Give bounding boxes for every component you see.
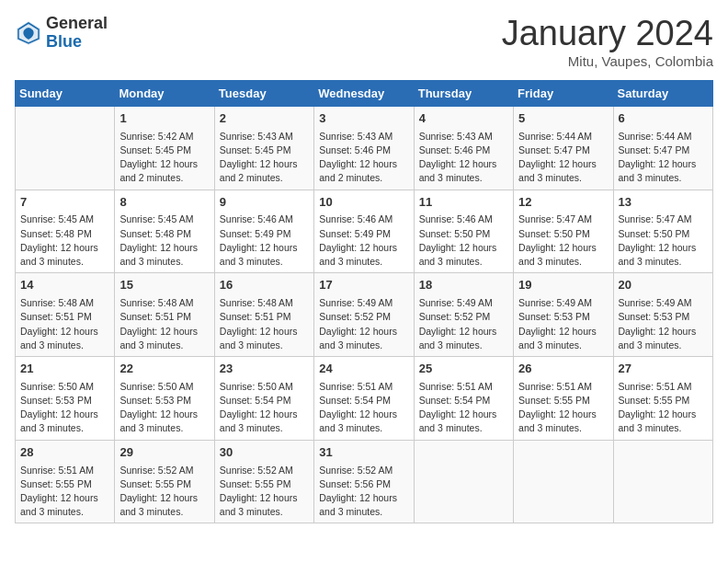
day-info: Sunrise: 5:48 AMSunset: 5:51 PMDaylight:… xyxy=(119,296,209,352)
day-number: 18 xyxy=(419,277,508,294)
day-number: 14 xyxy=(20,277,109,294)
header-row: SundayMondayTuesdayWednesdayThursdayFrid… xyxy=(16,80,713,106)
day-info: Sunrise: 5:50 AMSunset: 5:53 PMDaylight:… xyxy=(20,380,109,436)
day-number: 26 xyxy=(518,361,608,378)
calendar-cell: 9Sunrise: 5:46 AMSunset: 5:49 PMDaylight… xyxy=(214,190,313,273)
title-area: January 2024 Mitu, Vaupes, Colombia xyxy=(502,15,713,69)
calendar-cell: 6Sunrise: 5:44 AMSunset: 5:47 PMDaylight… xyxy=(613,106,712,190)
day-number: 27 xyxy=(619,361,708,378)
day-info: Sunrise: 5:48 AMSunset: 5:51 PMDaylight:… xyxy=(220,296,309,352)
day-number: 12 xyxy=(518,194,608,212)
day-number: 2 xyxy=(220,110,309,128)
calendar-table: SundayMondayTuesdayWednesdayThursdayFrid… xyxy=(15,80,713,524)
day-number: 21 xyxy=(20,361,109,378)
day-number: 5 xyxy=(518,110,608,128)
day-number: 28 xyxy=(20,444,109,462)
day-number: 3 xyxy=(319,110,408,128)
day-info: Sunrise: 5:51 AMSunset: 5:55 PMDaylight:… xyxy=(619,380,708,436)
day-number: 22 xyxy=(119,361,209,378)
day-number: 29 xyxy=(119,444,209,462)
calendar-cell: 2Sunrise: 5:43 AMSunset: 5:45 PMDaylight… xyxy=(214,106,313,190)
calendar-cell: 23Sunrise: 5:50 AMSunset: 5:54 PMDayligh… xyxy=(214,356,313,440)
calendar-cell xyxy=(613,440,712,523)
weekday-header-wednesday: Wednesday xyxy=(314,80,414,106)
day-info: Sunrise: 5:47 AMSunset: 5:50 PMDaylight:… xyxy=(619,213,708,269)
day-number: 24 xyxy=(319,361,408,378)
calendar-week-3: 14Sunrise: 5:48 AMSunset: 5:51 PMDayligh… xyxy=(16,273,713,357)
calendar-cell: 4Sunrise: 5:43 AMSunset: 5:46 PMDaylight… xyxy=(414,106,513,190)
day-number: 19 xyxy=(518,277,608,294)
day-info: Sunrise: 5:52 AMSunset: 5:55 PMDaylight:… xyxy=(119,464,209,520)
calendar-cell: 30Sunrise: 5:52 AMSunset: 5:55 PMDayligh… xyxy=(214,440,313,523)
day-number: 20 xyxy=(619,277,708,294)
calendar-cell: 27Sunrise: 5:51 AMSunset: 5:55 PMDayligh… xyxy=(613,356,712,440)
day-number: 25 xyxy=(419,361,508,378)
calendar-cell: 22Sunrise: 5:50 AMSunset: 5:53 PMDayligh… xyxy=(115,356,214,440)
calendar-cell: 13Sunrise: 5:47 AMSunset: 5:50 PMDayligh… xyxy=(613,190,712,273)
day-info: Sunrise: 5:52 AMSunset: 5:56 PMDaylight:… xyxy=(319,464,408,520)
calendar-cell xyxy=(414,440,513,523)
day-info: Sunrise: 5:51 AMSunset: 5:54 PMDaylight:… xyxy=(419,380,508,436)
calendar-cell: 19Sunrise: 5:49 AMSunset: 5:53 PMDayligh… xyxy=(514,273,613,357)
calendar-cell: 5Sunrise: 5:44 AMSunset: 5:47 PMDaylight… xyxy=(514,106,613,190)
day-info: Sunrise: 5:44 AMSunset: 5:47 PMDaylight:… xyxy=(518,130,608,186)
day-number: 10 xyxy=(319,194,408,212)
calendar-cell: 31Sunrise: 5:52 AMSunset: 5:56 PMDayligh… xyxy=(314,440,414,523)
calendar-week-2: 7Sunrise: 5:45 AMSunset: 5:48 PMDaylight… xyxy=(16,190,713,273)
calendar-cell: 18Sunrise: 5:49 AMSunset: 5:52 PMDayligh… xyxy=(414,273,513,357)
day-number: 4 xyxy=(419,110,508,128)
day-info: Sunrise: 5:51 AMSunset: 5:55 PMDaylight:… xyxy=(20,464,109,520)
day-number: 31 xyxy=(319,444,408,462)
calendar-cell: 20Sunrise: 5:49 AMSunset: 5:53 PMDayligh… xyxy=(613,273,712,357)
day-info: Sunrise: 5:45 AMSunset: 5:48 PMDaylight:… xyxy=(20,213,109,269)
calendar-cell: 11Sunrise: 5:46 AMSunset: 5:50 PMDayligh… xyxy=(414,190,513,273)
day-number: 16 xyxy=(220,277,309,294)
weekday-header-tuesday: Tuesday xyxy=(214,80,313,106)
day-info: Sunrise: 5:46 AMSunset: 5:49 PMDaylight:… xyxy=(220,213,309,269)
day-number: 23 xyxy=(220,361,309,378)
calendar-cell: 14Sunrise: 5:48 AMSunset: 5:51 PMDayligh… xyxy=(16,273,115,357)
calendar-cell: 26Sunrise: 5:51 AMSunset: 5:55 PMDayligh… xyxy=(514,356,613,440)
calendar-cell: 12Sunrise: 5:47 AMSunset: 5:50 PMDayligh… xyxy=(514,190,613,273)
day-info: Sunrise: 5:49 AMSunset: 5:53 PMDaylight:… xyxy=(518,296,608,352)
day-info: Sunrise: 5:47 AMSunset: 5:50 PMDaylight:… xyxy=(518,213,608,269)
day-info: Sunrise: 5:49 AMSunset: 5:53 PMDaylight:… xyxy=(619,296,708,352)
calendar-cell: 17Sunrise: 5:49 AMSunset: 5:52 PMDayligh… xyxy=(314,273,414,357)
logo-blue: Blue xyxy=(46,33,108,52)
calendar-cell: 10Sunrise: 5:46 AMSunset: 5:49 PMDayligh… xyxy=(314,190,414,273)
calendar-cell: 25Sunrise: 5:51 AMSunset: 5:54 PMDayligh… xyxy=(414,356,513,440)
day-info: Sunrise: 5:44 AMSunset: 5:47 PMDaylight:… xyxy=(619,130,708,186)
calendar-cell: 24Sunrise: 5:51 AMSunset: 5:54 PMDayligh… xyxy=(314,356,414,440)
day-number: 8 xyxy=(119,194,209,212)
calendar-cell: 7Sunrise: 5:45 AMSunset: 5:48 PMDaylight… xyxy=(16,190,115,273)
day-info: Sunrise: 5:50 AMSunset: 5:54 PMDaylight:… xyxy=(220,380,309,436)
weekday-header-friday: Friday xyxy=(514,80,613,106)
calendar-cell: 3Sunrise: 5:43 AMSunset: 5:46 PMDaylight… xyxy=(314,106,414,190)
logo: General Blue xyxy=(15,15,108,52)
day-info: Sunrise: 5:52 AMSunset: 5:55 PMDaylight:… xyxy=(220,464,309,520)
calendar-header: SundayMondayTuesdayWednesdayThursdayFrid… xyxy=(16,80,713,106)
day-info: Sunrise: 5:45 AMSunset: 5:48 PMDaylight:… xyxy=(119,213,209,269)
calendar-cell: 8Sunrise: 5:45 AMSunset: 5:48 PMDaylight… xyxy=(115,190,214,273)
day-info: Sunrise: 5:43 AMSunset: 5:46 PMDaylight:… xyxy=(319,130,408,186)
calendar-body: 1Sunrise: 5:42 AMSunset: 5:45 PMDaylight… xyxy=(16,106,713,523)
logo-icon xyxy=(15,19,42,47)
page-header: General Blue January 2024 Mitu, Vaupes, … xyxy=(15,15,713,69)
day-info: Sunrise: 5:50 AMSunset: 5:53 PMDaylight:… xyxy=(119,380,209,436)
day-info: Sunrise: 5:51 AMSunset: 5:54 PMDaylight:… xyxy=(319,380,408,436)
day-number: 9 xyxy=(220,194,309,212)
day-info: Sunrise: 5:46 AMSunset: 5:49 PMDaylight:… xyxy=(319,213,408,269)
day-info: Sunrise: 5:42 AMSunset: 5:45 PMDaylight:… xyxy=(119,130,209,186)
calendar-week-1: 1Sunrise: 5:42 AMSunset: 5:45 PMDaylight… xyxy=(16,106,713,190)
day-info: Sunrise: 5:43 AMSunset: 5:45 PMDaylight:… xyxy=(220,130,309,186)
day-info: Sunrise: 5:49 AMSunset: 5:52 PMDaylight:… xyxy=(419,296,508,352)
logo-text: General Blue xyxy=(46,15,108,52)
day-number: 7 xyxy=(20,194,109,212)
day-number: 15 xyxy=(119,277,209,294)
calendar-cell: 29Sunrise: 5:52 AMSunset: 5:55 PMDayligh… xyxy=(115,440,214,523)
day-number: 17 xyxy=(319,277,408,294)
weekday-header-thursday: Thursday xyxy=(414,80,513,106)
weekday-header-monday: Monday xyxy=(115,80,214,106)
calendar-title: January 2024 xyxy=(502,15,713,53)
day-number: 6 xyxy=(619,110,708,128)
